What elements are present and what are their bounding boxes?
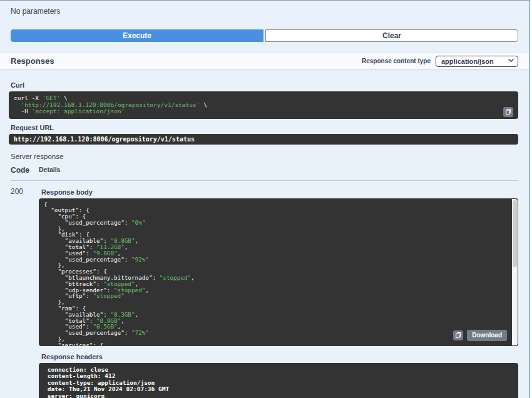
response-body-actions: Download [453, 330, 507, 341]
response-content-type-select[interactable]: application/json [436, 56, 518, 67]
scrollbar-thumb[interactable] [513, 200, 517, 268]
server-response-row: 200 Response body { "output": { "cpu": {… [11, 181, 518, 398]
server-response-title: Server response [11, 153, 518, 160]
parameters-section: No parameters [0, 1, 529, 16]
clear-button[interactable]: Clear [265, 29, 518, 42]
response-body-scrollbar[interactable] [512, 199, 518, 345]
curl-copy-button[interactable] [503, 107, 513, 117]
request-url-block: http://192.168.1.120:8006/ogrepository/v… [9, 134, 518, 145]
clipboard-icon [505, 108, 511, 115]
responses-title: Responses [11, 56, 54, 66]
response-headers-block: connection: close content-length: 412 co… [39, 363, 518, 398]
response-details-cell: Response body { "output": { "cpu": { "us… [39, 181, 518, 398]
response-content-type-label: Response content type [362, 58, 431, 64]
execute-row: Execute Clear [11, 29, 518, 42]
execute-button[interactable]: Execute [11, 29, 263, 42]
response-body-block: { "output": { "cpu": { "used_percentage"… [39, 198, 518, 346]
no-parameters-text: No parameters [11, 7, 518, 16]
response-body-label: Response body [41, 188, 518, 196]
download-button[interactable]: Download [467, 330, 507, 341]
status-code: 200 [11, 181, 39, 398]
response-headers-text: connection: close content-length: 412 co… [44, 367, 513, 398]
request-url-label: Request URL [11, 124, 518, 131]
server-response-table: Code Details 200 Response body { "output… [11, 166, 518, 398]
response-body-json: { "output": { "cpu": { "used_percentage"… [44, 202, 507, 346]
request-url-text: http://192.168.1.120:8006/ogrepository/v… [14, 136, 513, 143]
details-column-header: Details [39, 166, 518, 175]
server-response-table-header: Code Details [11, 166, 518, 181]
code-column-header: Code [11, 166, 39, 175]
response-content-type-group: Response content type application/json [362, 55, 518, 67]
curl-label: Curl [11, 81, 518, 89]
clipboard-icon [455, 332, 461, 339]
swagger-operation-block: No parameters Execute Clear Responses Re… [0, 0, 530, 398]
curl-command-text: curl -X 'GET' \ 'http://192.168.1.120:80… [14, 95, 513, 115]
response-body-wrapper: { "output": { "cpu": { "used_percentage"… [39, 198, 518, 346]
curl-command-block: curl -X 'GET' \ 'http://192.168.1.120:80… [9, 91, 518, 119]
response-headers-label: Response headers [41, 353, 518, 360]
responses-header-band: Responses Response content type applicat… [0, 52, 529, 69]
response-body-copy-button[interactable] [453, 330, 463, 340]
